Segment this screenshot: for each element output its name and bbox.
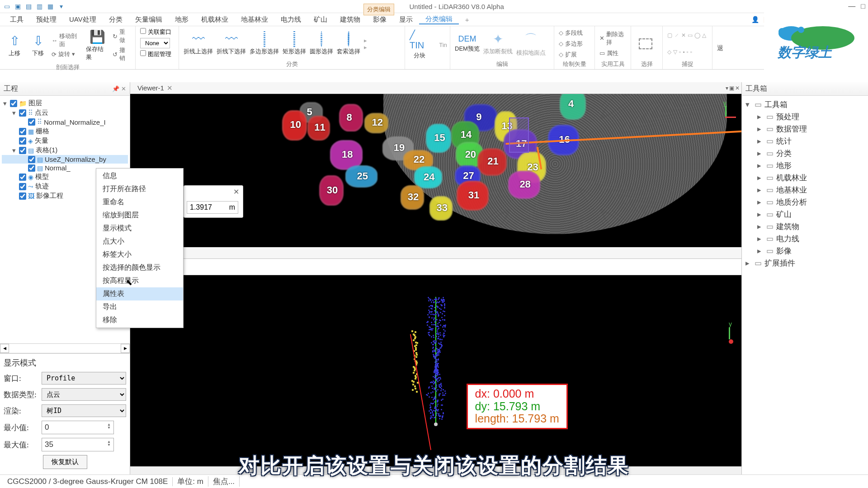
datatype-select[interactable]: 点云 <box>42 388 126 401</box>
menu-preprocess[interactable]: 预处理 <box>30 15 63 24</box>
ctx-item-1[interactable]: 打开所在路径 <box>96 183 183 196</box>
viewer-3d-canvas[interactable]: 4589101112131415161718192021222324252728… <box>130 94 741 247</box>
tin-button[interactable]: Tin <box>433 41 453 48</box>
ctx-item-8[interactable]: 按高程显示 <box>96 274 183 287</box>
menu-terrain[interactable]: 地形 <box>169 15 195 24</box>
toolbox-item[interactable]: ▸▭分类 <box>745 147 864 160</box>
menu-building[interactable]: 建筑物 <box>334 15 367 24</box>
polyline-down-select[interactable]: 〰折线下选择 <box>217 32 246 56</box>
move-up-button[interactable]: ⇧上移 <box>5 33 24 57</box>
draw-expand[interactable]: ◇ 扩展 <box>559 51 583 59</box>
ctx-item-5[interactable]: 点大小 <box>96 235 183 248</box>
menu-classify-edit[interactable]: 分类编辑 <box>419 15 459 24</box>
toolbox-item[interactable]: ▸▭统计 <box>745 135 864 147</box>
layer-vector[interactable]: 矢量 <box>35 136 48 145</box>
qat-db-icon[interactable]: ▦ <box>46 2 54 10</box>
polyline-up-select[interactable]: 〰折线上选择 <box>184 32 213 56</box>
ctx-item-4[interactable]: 显示模式 <box>96 222 183 235</box>
toolbox-item[interactable]: ▸▭机载林业 <box>745 172 864 184</box>
ctx-item-11[interactable]: 移除 <box>96 314 183 327</box>
menu-display[interactable]: 显示 <box>393 15 419 24</box>
qat-save-icon[interactable]: ▤ <box>24 2 33 10</box>
qat-more-icon[interactable]: ▾ <box>57 2 65 10</box>
dem-preview-button[interactable]: DEMDEM预览 <box>455 34 480 53</box>
layer-pointcloud[interactable]: 点云 <box>35 108 48 117</box>
menu-mining[interactable]: 矿山 <box>307 15 334 24</box>
layer-usez-normalize[interactable]: ▤UseZ_Normalize_by <box>2 155 128 164</box>
toolbox-item[interactable]: ▸▭数据管理 <box>745 123 864 135</box>
ctx-item-3[interactable]: 缩放到图层 <box>96 209 183 222</box>
toolbox-item[interactable]: ▸▭影像 <box>745 245 864 257</box>
toolbox-item[interactable]: ▸▭地形 <box>745 160 864 172</box>
rotate-option[interactable]: ⟳ 旋转 ▾ <box>52 50 82 58</box>
profile-toolbar[interactable]: ▦ ⟊ ☰ <box>130 259 741 275</box>
ctx-item-9[interactable]: 属性表 <box>96 287 183 300</box>
redo-button[interactable]: ↻ 重做 <box>113 28 131 44</box>
toolbox-item[interactable]: ▸▭建筑物 <box>745 221 864 233</box>
save-result-button[interactable]: 💾保存结果 <box>86 29 109 61</box>
menu-classify[interactable]: 分类 <box>103 15 129 24</box>
toolbox-item[interactable]: ▸▭预处理 <box>745 111 864 123</box>
draw-polyline[interactable]: ◇ 多段线 <box>559 29 583 37</box>
window-select[interactable]: Profile <box>42 372 126 385</box>
pin-icon[interactable]: 📌 ✕ <box>112 85 126 92</box>
sim-ground-button[interactable]: ⌒模拟地面点 <box>516 31 546 57</box>
viewer-dropdown-icon[interactable]: ▾ <box>726 85 728 91</box>
rect-select[interactable]: 矩形选择 <box>283 32 306 56</box>
user-icon[interactable]: 👤 <box>751 16 759 23</box>
tin-split-button[interactable]: ╱ TIN分块 <box>410 29 429 60</box>
lasso-select[interactable]: 套索选择 <box>337 32 360 56</box>
layer-normal-normalize[interactable]: Normal_Normalize_I <box>44 118 106 126</box>
toolbox-extensions[interactable]: 扩展插件 <box>764 258 795 268</box>
viewer-restore-icon[interactable]: ▣ <box>729 85 734 91</box>
menu-tools[interactable]: 工具 <box>4 15 30 24</box>
move-down-button[interactable]: ⇩下移 <box>28 33 48 57</box>
qat-new-icon[interactable]: ▭ <box>3 2 11 10</box>
qat-copy-icon[interactable]: ▥ <box>35 2 43 10</box>
close-icon[interactable]: ✕ <box>233 188 239 196</box>
profile-canvas[interactable]: dx: 0.000 m dy: 15.793 m length: 15.793 … <box>130 275 741 466</box>
polygon-select[interactable]: 多边形选择 <box>250 32 279 56</box>
qat-open-icon[interactable]: ▣ <box>14 2 22 10</box>
layer-grid[interactable]: 栅格 <box>36 127 49 136</box>
toolbox-tree[interactable]: ▾▭工具箱 ▸▭预处理▸▭数据管理▸▭统计▸▭分类▸▭地形▸▭机载林业▸▭地基林… <box>742 96 868 272</box>
ctx-item-0[interactable]: 信息 <box>96 169 183 183</box>
layer-root[interactable]: 图层 <box>28 99 42 108</box>
layer-track[interactable]: 轨迹 <box>35 182 49 191</box>
ctx-item-7[interactable]: 按选择的颜色显示 <box>96 261 183 274</box>
close-icon[interactable]: ✕ <box>167 84 173 92</box>
render-select[interactable]: 树ID <box>42 404 126 417</box>
toolbox-item[interactable]: ▸▭矿山 <box>745 208 864 221</box>
ctx-item-6[interactable]: 标签大小 <box>96 248 183 261</box>
menu-als-forestry[interactable]: 机载林业 <box>195 15 235 24</box>
undo-button[interactable]: ↺ 撤销 <box>113 46 131 62</box>
delete-selection[interactable]: ✕ 删除选择 <box>599 30 626 47</box>
link-view-select[interactable]: None <box>140 38 170 48</box>
add-breakline-button[interactable]: ✦添加断裂线 <box>483 32 513 56</box>
link-view-checkbox[interactable]: 关联窗口 <box>140 28 171 36</box>
quick-access-toolbar[interactable]: ▭ ▣ ▤ ▥ ▦ ▾ <box>3 2 65 10</box>
window-maximize-icon[interactable]: □ <box>861 2 865 10</box>
toolbox-item[interactable]: ▸▭地质分析 <box>745 196 864 208</box>
draw-polygon[interactable]: ◇ 多边形 <box>559 40 583 48</box>
move-profile-option[interactable]: ↔ 移动剖面 <box>52 32 82 48</box>
menu-tls-forestry[interactable]: 地基林业 <box>235 15 274 24</box>
ctx-item-2[interactable]: 重命名 <box>96 196 183 209</box>
min-value-input[interactable]: 0▲▼ <box>42 421 114 434</box>
menu-powerline[interactable]: 电力线 <box>274 15 307 24</box>
menu-vector-edit[interactable]: 矢量编辑 <box>129 15 169 24</box>
layer-mgr-checkbox[interactable]: 图层管理 <box>140 50 171 58</box>
circle-select[interactable]: 圆形选择 <box>310 32 333 56</box>
viewer1-tab[interactable]: Viewer-1✕ <box>133 83 177 94</box>
ctx-item-10[interactable]: 导出 <box>96 300 183 314</box>
layer-context-menu[interactable]: 信息打开所在路径重命名缩放到图层显示模式点大小标签大小按选择的颜色显示按高程显示… <box>96 168 184 328</box>
menu-imagery[interactable]: 影像 <box>367 15 393 24</box>
toolbox-item[interactable]: ▸▭电力线 <box>745 233 864 245</box>
layer-model[interactable]: 模型 <box>35 173 49 181</box>
select-tool[interactable] <box>636 38 656 49</box>
viewer-close-icon[interactable]: ✕ <box>735 85 740 91</box>
max-value-input[interactable]: 35▲▼ <box>42 438 114 451</box>
menu-uav[interactable]: UAV处理 <box>63 15 103 24</box>
return-button[interactable]: 退 <box>717 44 723 52</box>
layer-table[interactable]: 表格(1) <box>36 146 57 155</box>
